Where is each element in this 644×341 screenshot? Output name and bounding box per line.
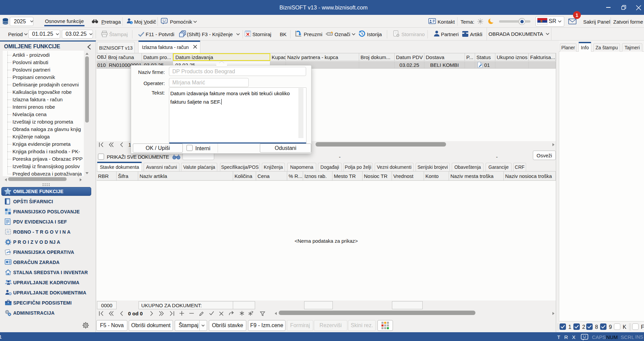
svg-text:i: i	[131, 21, 131, 24]
